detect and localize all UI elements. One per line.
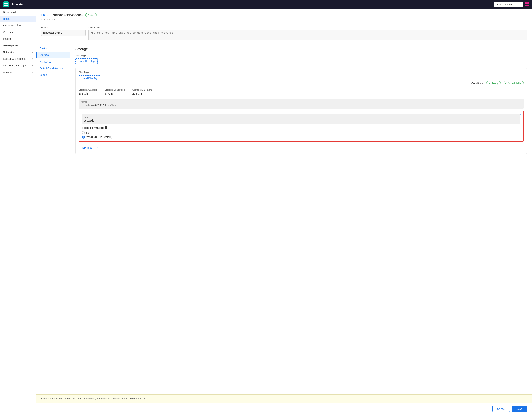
- status-badge: Active: [85, 13, 97, 17]
- disk2-close-button[interactable]: ×: [519, 113, 521, 116]
- sidebar-item-networks[interactable]: Networks ▾: [0, 49, 36, 56]
- sidebar-item-images[interactable]: Images: [0, 36, 36, 42]
- radio-circle-yes: [82, 136, 85, 138]
- add-disk-dropdown-button[interactable]: ▾: [95, 145, 99, 151]
- left-nav-item-ksmtuned[interactable]: Ksmtuned: [36, 58, 70, 65]
- host-tags-area: Host Tags + Add Host Tag: [75, 54, 527, 64]
- stat-available: Storage Available 201 GiB: [78, 89, 97, 95]
- storage-stats: Storage Available 201 GiB Storage Schedu…: [78, 89, 524, 95]
- sidebar-item-monitoring-logging[interactable]: Monitoring & Logging ▾: [0, 62, 36, 69]
- topbar-left: Harvester: [3, 1, 23, 7]
- condition-ready-badge: ✓ Ready: [486, 81, 501, 85]
- sidebar: Dashboard Hosts Virtual Machines Volumes…: [0, 9, 36, 415]
- logo-icon: [4, 2, 8, 7]
- left-nav-item-out-of-band[interactable]: Out-of-Band Access: [36, 65, 70, 72]
- chevron-down-icon: ▾: [32, 71, 33, 73]
- check-icon: ✓: [489, 82, 491, 85]
- disk-tags-label: Disk Tags: [78, 71, 524, 74]
- host-tags-label: Host Tags: [75, 54, 527, 57]
- svg-rect-0: [4, 3, 6, 4]
- storage-section-title: Storage: [75, 47, 527, 51]
- force-formatted-label: Force Formatted i: [82, 126, 520, 129]
- page-age: Age: 4.1 hours: [41, 18, 527, 21]
- stat-scheduled: Storage Scheduled 57 GiB: [104, 89, 125, 95]
- storage-section: Storage Host Tags + Add Host Tag Disk Ta…: [70, 43, 532, 395]
- stat-maximum: Storage Maximum 203 GiB: [133, 89, 152, 95]
- radio-no[interactable]: No: [82, 131, 520, 134]
- layout: Dashboard Hosts Virtual Machines Volumes…: [0, 9, 532, 415]
- save-button[interactable]: Save: [512, 406, 527, 412]
- chevron-down-icon: ▾: [32, 64, 33, 67]
- main-content: Host: harvester-88562 Active Age: 4.1 ho…: [36, 9, 532, 415]
- topbar: Harvester All Namespaces default kube-sy…: [0, 0, 532, 9]
- add-disk-button[interactable]: Add Disk: [78, 145, 95, 151]
- grid-icon[interactable]: [525, 2, 529, 7]
- svg-rect-3: [6, 5, 8, 6]
- check-icon: ✓: [505, 82, 507, 85]
- sidebar-item-dashboard[interactable]: Dashboard: [0, 9, 36, 16]
- condition-schedulable-badge: ✓ Schedulable: [503, 81, 524, 85]
- name-field: Name*: [41, 26, 86, 40]
- disk2-name-field: Name /dev/sdb: [82, 114, 520, 124]
- left-nav-item-storage[interactable]: Storage: [36, 52, 70, 58]
- warning-bar: Force formatted will cleanup disk data, …: [36, 395, 532, 403]
- sidebar-item-advanced[interactable]: Advanced ▾: [0, 69, 36, 75]
- add-host-tag-button[interactable]: + Add Host Tag: [75, 58, 97, 64]
- page-title-prefix: Host:: [41, 13, 51, 17]
- sidebar-item-backup-snapshot[interactable]: Backup & Snapshot ▾: [0, 56, 36, 62]
- content-body: Basics Storage Ksmtuned Out-of-Band Acce…: [36, 43, 532, 395]
- radio-group-force-format: No Yes (Ext4 File System): [82, 131, 520, 138]
- conditions-row: Conditions: ✓ Ready ✓ Schedulable: [78, 81, 524, 85]
- page-header: Host: harvester-88562 Active Age: 4.1 ho…: [36, 9, 532, 23]
- disk1-name-field: Name default-disk-831957f4ef4a5bce: [78, 99, 524, 109]
- namespace-selector-wrapper: All Namespaces default kube-system: [494, 2, 523, 7]
- left-nav: Basics Storage Ksmtuned Out-of-Band Acce…: [36, 43, 70, 395]
- form-area: Name* Description: [36, 23, 532, 43]
- app-title: Harvester: [11, 3, 23, 6]
- left-nav-item-basics[interactable]: Basics: [36, 45, 70, 52]
- radio-circle-no: [82, 131, 85, 134]
- description-field: Description: [88, 26, 527, 40]
- description-label: Description: [88, 26, 527, 29]
- name-label: Name*: [41, 26, 86, 29]
- sidebar-item-volumes[interactable]: Volumes: [0, 29, 36, 36]
- chevron-down-icon: ▾: [32, 51, 33, 53]
- radio-yes-ext4[interactable]: Yes (Ext4 File System): [82, 136, 520, 138]
- disk2-highlighted-section: × Name /dev/sdb Force Formatted i: [78, 111, 524, 142]
- app-logo: [3, 1, 9, 7]
- disk-tags-section: Disk Tags + Add Disk Tag Conditions: ✓ R…: [75, 68, 527, 154]
- cancel-button[interactable]: Cancel: [493, 406, 510, 412]
- left-nav-item-labels[interactable]: Labels: [36, 72, 70, 78]
- warning-text: Force formatted will cleanup disk data, …: [41, 397, 148, 400]
- page-title-row: Host: harvester-88562 Active: [41, 13, 527, 17]
- conditions-label: Conditions:: [471, 82, 484, 85]
- chevron-down-icon: ▾: [32, 58, 33, 60]
- info-icon[interactable]: i: [105, 127, 107, 129]
- footer: Cancel Save: [36, 403, 532, 415]
- required-marker: *: [48, 26, 48, 29]
- page-hostname: harvester-88562: [52, 13, 84, 17]
- sidebar-item-virtual-machines[interactable]: Virtual Machines: [0, 22, 36, 29]
- topbar-right: All Namespaces default kube-system: [494, 2, 529, 7]
- svg-rect-2: [4, 5, 6, 6]
- description-input[interactable]: [88, 30, 527, 40]
- svg-rect-1: [6, 3, 8, 4]
- sidebar-item-hosts[interactable]: Hosts: [0, 16, 36, 22]
- name-input[interactable]: [41, 30, 86, 36]
- add-disk-row: Add Disk ▾: [78, 145, 524, 151]
- add-disk-tag-button[interactable]: + Add Disk Tag: [78, 75, 101, 81]
- sidebar-item-namespaces[interactable]: Namespaces: [0, 42, 36, 49]
- namespace-select[interactable]: All Namespaces default kube-system: [494, 2, 523, 7]
